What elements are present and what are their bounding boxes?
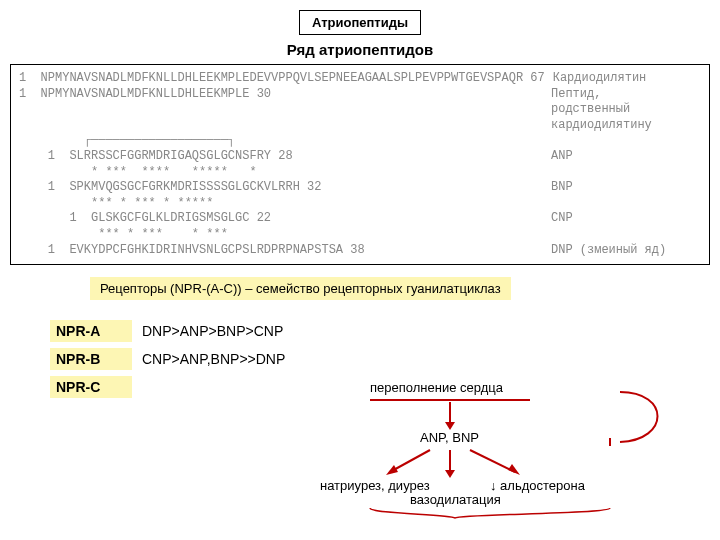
receptor-name: NPR-A — [50, 320, 132, 342]
sequence-line: 1 NPMYNAVSNADLMDFKNLLDHLEEKMPLE 30Пептид… — [19, 87, 701, 103]
diagram-top-label: переполнение сердца — [370, 380, 503, 395]
svg-marker-7 — [445, 470, 455, 478]
receptor-name: NPR-B — [50, 348, 132, 370]
receptor-name: NPR-C — [50, 376, 132, 398]
sequence-line: кардиодилятину — [19, 118, 701, 134]
sequence-box: 1 NPMYNAVSNADLMDFKNLLDHLEEKMPLEDEVVPPQVL… — [10, 64, 710, 265]
diagram-bottom-left: натриурез, диурез — [320, 478, 430, 493]
sequence-line: *** * *** * ***** — [19, 196, 701, 212]
sequence-line: родственный — [19, 102, 701, 118]
sequence-line: 1 EVKYDPCFGHKIDRINHVSNLGCPSLRDPRPNAPSTSA… — [19, 243, 701, 259]
receptors-note: Рецепторы (NPR-(A-C)) – семейство рецепт… — [90, 277, 511, 300]
sequence-line: 1 SLRRSSCFGGRMDRIGAQSGLGCNSFRY 28ANP — [19, 149, 701, 165]
receptor-affinity: CNP>ANP,BNP>>DNP — [132, 348, 332, 370]
diagram-bottom-right: ↓ альдостерона — [490, 478, 585, 493]
sequence-line: 1 NPMYNAVSNADLMDFKNLLDHLEEKMPLEDEVVPPQVL… — [19, 71, 701, 87]
receptor-affinity — [132, 376, 332, 382]
svg-marker-3 — [445, 422, 455, 430]
receptor-row: NPR-BCNP>ANP,BNP>>DNP — [50, 348, 710, 370]
receptor-row: NPR-ADNP>ANP>BNP>CNP — [50, 320, 710, 342]
sequence-line: ┌───────────────────┐ — [19, 133, 701, 149]
diagram-mid-label: ANP, BNP — [420, 430, 479, 445]
svg-line-8 — [470, 450, 515, 472]
flow-diagram: переполнение сердца ANP, BNP натриурез, … — [360, 380, 700, 520]
sequence-line: 1 SPKMVQGSGCFGRKMDRISSSSGLGCKVLRRH 32BNP — [19, 180, 701, 196]
sequence-line: * *** **** ***** * — [19, 165, 701, 181]
diagram-bottom-center: вазодилатация — [410, 492, 501, 507]
subtitle: Ряд атриопептидов — [283, 37, 437, 62]
svg-marker-5 — [386, 465, 398, 475]
svg-marker-9 — [508, 464, 520, 475]
sequence-line: 1 GLSKGCFGLKLDRIGSMSGLGC 22CNP — [19, 211, 701, 227]
receptor-affinity: DNP>ANP>BNP>CNP — [132, 320, 332, 342]
title-box: Атриопептиды — [299, 10, 421, 35]
sequence-line: *** * *** * *** — [19, 227, 701, 243]
